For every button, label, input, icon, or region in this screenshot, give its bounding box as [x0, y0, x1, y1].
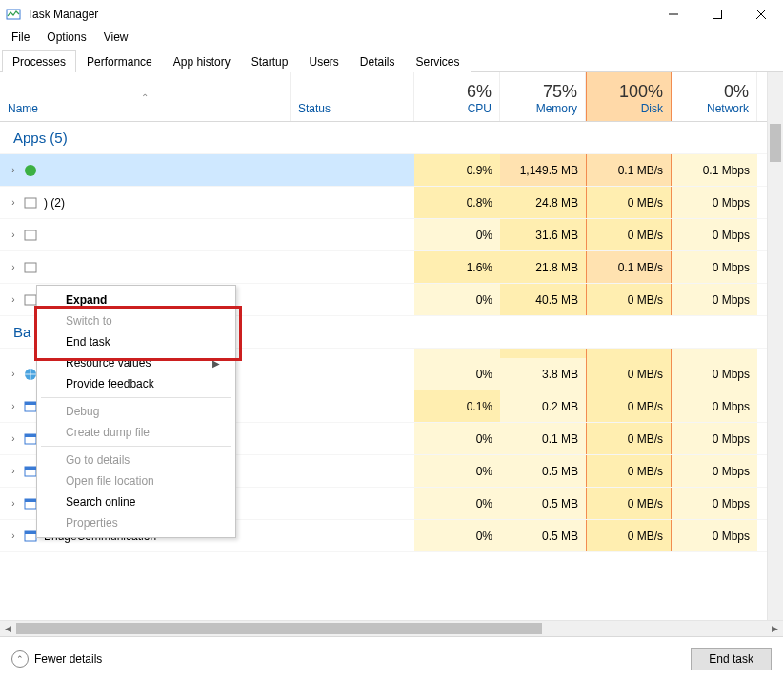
scrollbar-thumb[interactable] [16, 623, 542, 634]
maximize-button[interactable] [695, 0, 739, 29]
memory-cell: 0.5 MB [500, 488, 586, 519]
menu-options[interactable]: Options [39, 29, 93, 46]
menu-separator [41, 397, 231, 398]
svg-rect-16 [25, 467, 36, 470]
close-button[interactable] [739, 0, 783, 29]
tab-services[interactable]: Services [406, 50, 471, 72]
tab-app-history[interactable]: App history [163, 50, 241, 72]
expand-icon[interactable]: › [8, 230, 19, 240]
menu-item-label: Expand [66, 293, 107, 307]
tab-details[interactable]: Details [350, 50, 406, 72]
tabstrip: Processes Performance App history Startu… [0, 50, 783, 72]
memory-cell: 0.5 MB [500, 520, 586, 551]
task-manager-icon [6, 7, 21, 22]
fewer-details-toggle[interactable]: ⌃ Fewer details [11, 650, 102, 668]
menu-item-label: Search online [66, 495, 135, 509]
expand-icon[interactable]: › [8, 433, 19, 444]
menu-item-label: Create dump file [66, 426, 150, 439]
tab-startup[interactable]: Startup [241, 50, 299, 72]
menu-item-debug: Debug [39, 401, 233, 422]
svg-rect-2 [713, 10, 722, 19]
footer: ⌃ Fewer details End task [0, 636, 783, 680]
header-disk[interactable]: 100% Disk [586, 72, 672, 121]
menu-item-go-to-details: Go to details [39, 450, 233, 470]
scroll-right-icon[interactable]: ▶ [767, 624, 783, 633]
process-name: ) (2) [44, 196, 65, 210]
menu-item-search-online[interactable]: Search online [39, 491, 233, 512]
menu-file[interactable]: File [4, 29, 37, 46]
expand-icon[interactable]: › [8, 294, 19, 305]
menu-view[interactable]: View [96, 29, 136, 46]
network-cell: 0 Mbps [672, 390, 757, 422]
svg-rect-9 [25, 295, 36, 305]
expand-icon[interactable]: › [8, 165, 19, 175]
cpu-cell: 0.1% [414, 390, 500, 422]
cpu-cell: 0% [414, 219, 500, 250]
table-row[interactable]: ›) (2)0.8%24.8 MB0 MB/s0 Mbps [0, 187, 783, 219]
context-menu: ExpandSwitch toEnd taskResource values▶P… [36, 285, 236, 538]
header-status[interactable]: Status [291, 72, 414, 121]
menu-item-label: Resource values [66, 356, 151, 370]
end-task-button[interactable]: End task [691, 648, 772, 670]
svg-rect-12 [25, 402, 36, 405]
network-cell: 0 Mbps [672, 488, 757, 519]
network-cell: 0 Mbps [672, 455, 757, 487]
titlebar: Task Manager [0, 0, 783, 29]
svg-rect-6 [25, 198, 36, 208]
memory-cell: 24.8 MB [500, 187, 586, 218]
disk-cell: 0 MB/s [586, 284, 672, 315]
cpu-cell: 0.8% [414, 187, 500, 218]
disk-cell: 0 MB/s [586, 520, 672, 551]
header-memory[interactable]: 75% Memory [500, 72, 586, 121]
svg-rect-18 [25, 499, 36, 502]
group-apps[interactable]: Apps (5) [0, 122, 783, 154]
disk-cell: 0 MB/s [586, 488, 672, 519]
tab-users[interactable]: Users [298, 50, 349, 72]
cpu-cell: 0% [414, 284, 500, 315]
menu-item-resource-values[interactable]: Resource values▶ [39, 352, 233, 373]
column-headers: ⌃ Name Status 6% CPU 75% Memory 100% Dis… [0, 72, 783, 122]
network-cell: 0 Mbps [672, 284, 757, 315]
cpu-cell: 0% [414, 423, 500, 454]
process-icon [23, 163, 38, 178]
menu-item-expand[interactable]: Expand [39, 290, 233, 310]
table-row[interactable]: ›0%31.6 MB0 MB/s0 Mbps [0, 219, 783, 251]
expand-icon[interactable]: › [8, 197, 19, 208]
scrollbar-thumb[interactable] [770, 124, 781, 162]
menu-item-label: Debug [66, 405, 99, 418]
header-cpu[interactable]: 6% CPU [414, 72, 500, 121]
disk-cell: 0.1 MB/s [586, 154, 672, 186]
scroll-left-icon[interactable]: ◀ [0, 624, 16, 633]
expand-icon[interactable]: › [8, 262, 19, 272]
menu-item-label: End task [66, 335, 110, 349]
tab-performance[interactable]: Performance [76, 50, 163, 72]
svg-point-5 [25, 165, 36, 176]
expand-icon[interactable]: › [8, 530, 19, 541]
menu-item-label: Go to details [66, 453, 130, 467]
vertical-scrollbar[interactable] [767, 72, 783, 620]
menu-item-end-task[interactable]: End task [39, 331, 233, 352]
menu-item-label: Properties [66, 516, 118, 530]
menubar: File Options View [0, 29, 783, 50]
expand-icon[interactable]: › [8, 498, 19, 509]
menu-item-create-dump-file: Create dump file [39, 422, 233, 443]
tab-processes[interactable]: Processes [2, 50, 76, 72]
disk-cell: 0 MB/s [586, 358, 672, 390]
expand-icon[interactable]: › [8, 401, 19, 411]
expand-icon[interactable]: › [8, 466, 19, 476]
header-network[interactable]: 0% Network [672, 72, 757, 121]
cpu-cell: 1.6% [414, 251, 500, 283]
header-name[interactable]: ⌃ Name [0, 72, 291, 121]
process-table: ⌃ Name Status 6% CPU 75% Memory 100% Dis… [0, 72, 783, 620]
horizontal-scrollbar[interactable]: ◀ ▶ [0, 620, 783, 636]
expand-icon[interactable]: › [8, 369, 19, 379]
table-row[interactable]: ›0.9%1,149.5 MB0.1 MB/s0.1 Mbps [0, 154, 783, 187]
minimize-button[interactable] [652, 0, 695, 29]
cpu-cell: 0% [414, 520, 500, 551]
table-row[interactable]: ›1.6%21.8 MB0.1 MB/s0 Mbps [0, 251, 783, 284]
menu-item-switch-to: Switch to [39, 310, 233, 331]
menu-item-open-file-location: Open file location [39, 470, 233, 491]
memory-cell: 0.1 MB [500, 423, 586, 454]
memory-cell: 1,149.5 MB [500, 154, 586, 186]
menu-item-provide-feedback[interactable]: Provide feedback [39, 373, 233, 394]
